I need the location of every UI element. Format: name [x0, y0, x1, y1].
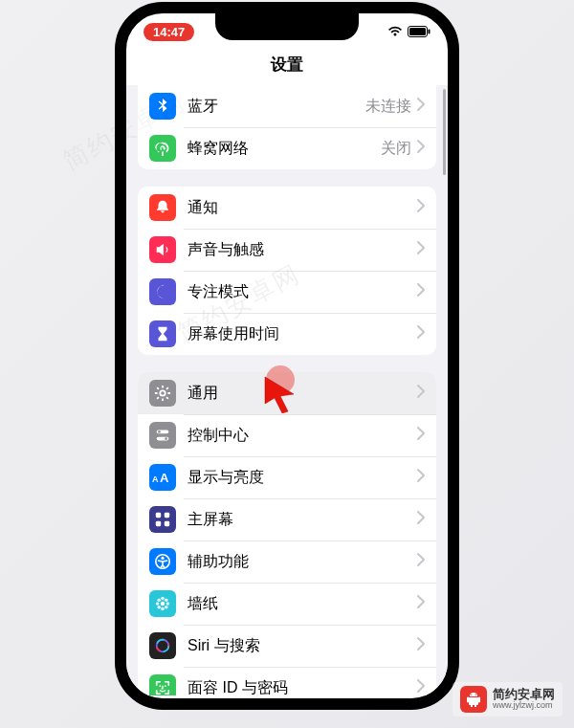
row-label: Siri 与搜索 [188, 636, 417, 656]
faceid-icon [149, 674, 176, 695]
watermark-text-cn: 简约安卓网 [493, 688, 555, 701]
moon-icon [149, 278, 176, 305]
watermark-text-en: www.jylzwj.com [493, 701, 555, 711]
svg-rect-1 [409, 28, 426, 35]
android-icon [460, 686, 487, 713]
svg-point-15 [161, 557, 164, 560]
phone-frame: 14:47 设置 蓝牙未连接蜂窝网络关闭通知声音与触感专注模式屏幕使用时间通用控… [115, 2, 459, 710]
svg-point-19 [156, 602, 160, 606]
page-title: 设置 [126, 50, 448, 85]
settings-row-siri[interactable]: Siri 与搜索 [138, 625, 436, 667]
svg-rect-12 [156, 521, 161, 526]
settings-row-grid[interactable]: 主屏幕 [138, 498, 436, 540]
grid-icon [149, 506, 176, 533]
gear-icon [149, 380, 176, 407]
row-label: 屏幕使用时间 [188, 324, 417, 344]
settings-row-bluetooth[interactable]: 蓝牙未连接 [138, 85, 436, 127]
settings-row-aa[interactable]: AA显示与亮度 [138, 456, 436, 498]
settings-group: 蓝牙未连接蜂窝网络关闭 [138, 85, 436, 169]
row-label: 辅助功能 [188, 552, 417, 572]
row-value: 未连接 [365, 97, 411, 117]
svg-rect-10 [156, 513, 161, 518]
chevron-right-icon [417, 140, 425, 157]
settings-row-flower[interactable]: 墙纸 [138, 583, 436, 625]
svg-point-24 [165, 606, 168, 609]
antenna-icon [149, 135, 176, 162]
svg-text:A: A [160, 471, 169, 484]
chevron-right-icon [417, 325, 425, 342]
settings-row-faceid[interactable]: 面容 ID 与密码 [138, 667, 436, 695]
svg-point-18 [161, 607, 165, 611]
svg-rect-13 [165, 521, 169, 526]
sound-icon [149, 236, 176, 263]
settings-group: 通用控制中心AA显示与亮度主屏幕辅助功能墙纸Siri 与搜索面容 ID 与密码S… [138, 372, 436, 695]
chevron-right-icon [417, 241, 425, 258]
chevron-right-icon [417, 511, 425, 528]
svg-point-23 [157, 606, 161, 609]
settings-row-access[interactable]: 辅助功能 [138, 540, 436, 583]
chevron-right-icon [417, 469, 425, 486]
settings-group: 通知声音与触感专注模式屏幕使用时间 [138, 187, 436, 355]
scrollbar[interactable] [443, 89, 446, 175]
chevron-right-icon [417, 98, 425, 115]
settings-row-moon[interactable]: 专注模式 [138, 271, 436, 313]
chevron-right-icon [417, 679, 425, 695]
hourglass-icon [149, 320, 176, 347]
row-label: 墙纸 [188, 594, 417, 614]
row-label: 面容 ID 与密码 [188, 678, 417, 696]
row-label: 专注模式 [188, 282, 417, 302]
access-icon [149, 548, 176, 575]
chevron-right-icon [417, 595, 425, 612]
row-label: 蜂窝网络 [188, 139, 381, 159]
bluetooth-icon [149, 93, 176, 120]
svg-point-28 [159, 685, 161, 687]
svg-point-5 [158, 430, 161, 433]
svg-point-17 [161, 597, 165, 601]
aa-icon: AA [149, 464, 176, 491]
notch [215, 13, 359, 40]
settings-row-switches[interactable]: 控制中心 [138, 414, 436, 456]
row-label: 控制中心 [188, 426, 417, 446]
switches-icon [149, 422, 176, 449]
settings-row-hourglass[interactable]: 屏幕使用时间 [138, 313, 436, 355]
chevron-right-icon [417, 553, 425, 570]
settings-content: 蓝牙未连接蜂窝网络关闭通知声音与触感专注模式屏幕使用时间通用控制中心AA显示与亮… [126, 85, 448, 695]
siri-icon [149, 632, 176, 659]
wifi-icon [387, 26, 403, 37]
row-label: 显示与亮度 [188, 468, 417, 488]
flower-icon [149, 590, 176, 617]
battery-icon [408, 26, 430, 37]
status-time: 14:47 [144, 23, 194, 41]
svg-point-22 [165, 598, 168, 602]
svg-text:A: A [152, 474, 159, 484]
chevron-right-icon [417, 283, 425, 300]
row-label: 声音与触感 [188, 240, 417, 260]
watermark-logo: 简约安卓网 www.jylzwj.com [453, 682, 563, 717]
svg-point-7 [165, 437, 167, 440]
settings-row-gear[interactable]: 通用 [138, 372, 436, 414]
bell-icon [149, 194, 176, 221]
chevron-right-icon [417, 637, 425, 654]
row-label: 通用 [188, 384, 417, 404]
svg-rect-11 [165, 513, 169, 518]
row-label: 主屏幕 [188, 510, 417, 530]
row-value: 关闭 [381, 139, 411, 159]
chevron-right-icon [417, 199, 425, 216]
svg-rect-2 [429, 30, 430, 34]
chevron-right-icon [417, 385, 425, 402]
row-label: 通知 [188, 198, 417, 218]
chevron-right-icon [417, 427, 425, 444]
svg-point-16 [161, 602, 166, 607]
row-label: 蓝牙 [188, 97, 365, 117]
settings-row-bell[interactable]: 通知 [138, 187, 436, 229]
settings-row-sound[interactable]: 声音与触感 [138, 229, 436, 271]
svg-point-20 [166, 602, 170, 606]
settings-row-antenna[interactable]: 蜂窝网络关闭 [138, 127, 436, 169]
svg-point-29 [165, 685, 166, 687]
svg-point-21 [157, 598, 161, 602]
